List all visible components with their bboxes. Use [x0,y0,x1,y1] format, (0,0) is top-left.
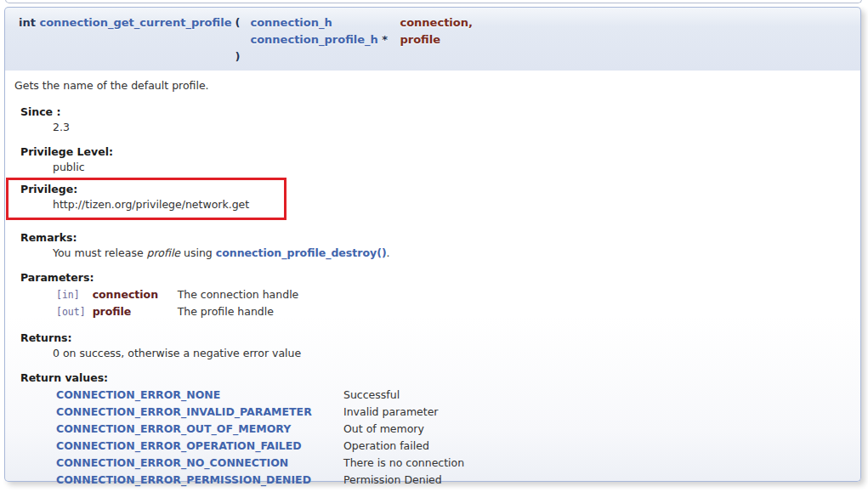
parameters-table: [in] connection The connection handle [o… [53,286,302,320]
signature-name-cell: int connection_get_current_profile [17,14,233,31]
since-value: 2.3 [53,121,852,134]
privilege-highlight-box: Privilege: http://tizen.org/privilege/ne… [6,178,286,220]
parameter-row: [in] connection The connection handle [53,286,302,303]
error-code-description: Permission Denied [340,472,468,489]
remarks-text: You must release profile using connectio… [53,246,852,260]
privilege-section: Privilege: http://tizen.org/privilege/ne… [14,183,284,212]
remarks-period: . [387,246,390,259]
returns-value: 0 on success, otherwise a negative error… [53,347,852,360]
param2-name: profile [398,31,474,48]
signature-row-1: int connection_get_current_profile ( con… [17,14,474,31]
function-doc-body: Gets the name of the default profile. Si… [4,71,861,482]
close-paren: ) [233,48,248,65]
parameter-row: [out] profile The profile handle [53,303,302,320]
remarks-section: Remarks: You must release profile using … [14,231,852,260]
return-value-row: CONNECTION_ERROR_NO_CONNECTION There is … [53,455,468,472]
return-values-section: Return values: CONNECTION_ERROR_NONE Suc… [14,371,852,489]
param2-type-cell: connection_profile_h * [248,31,398,48]
param-name: profile [89,303,174,320]
remarks-label: Remarks: [20,231,852,245]
error-code-description: Invalid parameter [340,404,468,421]
signature-row-2: connection_profile_h * profile [17,31,474,48]
privilege-url: http://tizen.org/privilege/network.get [53,198,284,212]
signature-table: int connection_get_current_profile ( con… [17,14,474,65]
privilege-label: Privilege: [20,183,284,196]
param2-type-link[interactable]: connection_profile_h [250,33,377,46]
remarks-text-before: You must release [53,246,147,259]
pointer-star: * [382,33,388,46]
param-direction: [in] [53,286,89,303]
error-code-description: Operation failed [340,438,468,455]
remarks-text-middle: using [180,246,216,259]
parameters-label: Parameters: [20,271,852,285]
previous-section-bottom-edge [5,0,862,3]
error-code-description: Out of memory [340,421,468,438]
error-code-link[interactable]: CONNECTION_ERROR_OPERATION_FAILED [56,439,302,452]
function-signature-header: int connection_get_current_profile ( con… [4,7,861,71]
remarks-param-emphasis: profile [147,246,180,259]
param1-type-cell: connection_h [248,14,398,31]
param-direction: [out] [53,303,89,320]
error-code-description: Successful [340,387,468,404]
error-code-link[interactable]: CONNECTION_ERROR_INVALID_PARAMETER [56,405,312,418]
brief-description: Gets the name of the default profile. [14,79,852,93]
return-value-row: CONNECTION_ERROR_OPERATION_FAILED Operat… [53,438,468,455]
param-description: The connection handle [174,286,303,303]
param1-name: connection, [398,14,474,31]
parameters-section: Parameters: [in] connection The connecti… [14,271,852,320]
return-value-row: CONNECTION_ERROR_OUT_OF_MEMORY Out of me… [53,421,468,438]
function-name-link[interactable]: connection_get_current_profile [39,16,231,29]
open-paren: ( [233,14,248,31]
param-description: The profile handle [174,303,303,320]
since-section: Since : 2.3 [14,105,852,134]
error-code-link[interactable]: CONNECTION_ERROR_NO_CONNECTION [56,456,288,469]
return-value-row: CONNECTION_ERROR_NONE Successful [53,387,468,404]
privilege-level-value: public [53,161,852,174]
return-type: int [19,16,36,29]
error-code-link[interactable]: CONNECTION_ERROR_OUT_OF_MEMORY [56,422,291,435]
destroy-function-link[interactable]: connection_profile_destroy() [216,246,387,259]
returns-section: Returns: 0 on success, otherwise a negat… [14,331,852,360]
returns-label: Returns: [20,331,852,345]
return-values-label: Return values: [20,371,852,385]
privilege-level-section: Privilege Level: public [14,145,852,174]
privilege-level-label: Privilege Level: [20,145,852,159]
signature-row-3: ) [17,48,474,65]
error-code-link[interactable]: CONNECTION_ERROR_PERMISSION_DENIED [56,473,311,486]
since-label: Since : [20,105,852,119]
param1-type-link[interactable]: connection_h [250,16,332,29]
function-doc-block: int connection_get_current_profile ( con… [4,7,861,482]
return-value-row: CONNECTION_ERROR_INVALID_PARAMETER Inval… [53,404,468,421]
return-values-table: CONNECTION_ERROR_NONE Successful CONNECT… [53,387,468,489]
param-name: connection [89,286,174,303]
return-value-row: CONNECTION_ERROR_PERMISSION_DENIED Permi… [53,472,468,489]
error-code-link[interactable]: CONNECTION_ERROR_NONE [56,388,220,401]
error-code-description: There is no connection [340,455,468,472]
